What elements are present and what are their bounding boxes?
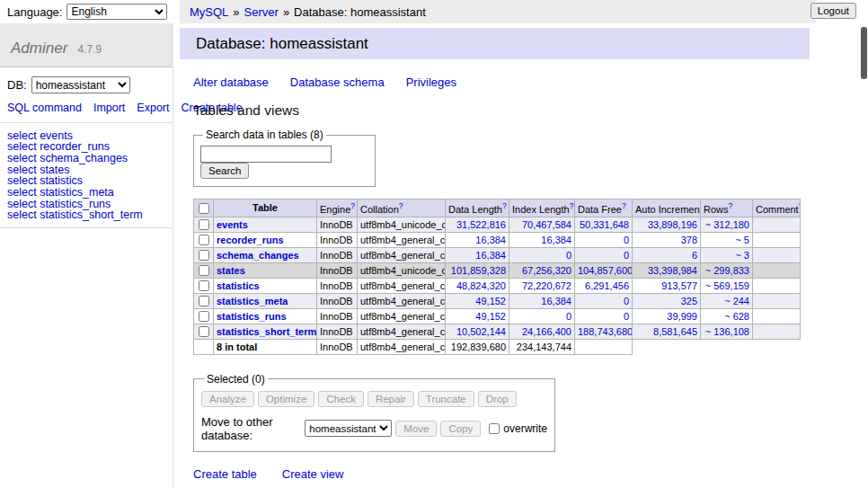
row-checkbox-statistics-short-term[interactable] bbox=[199, 326, 209, 337]
truncate-button[interactable]: Truncate bbox=[418, 391, 474, 407]
help-icon[interactable]: ? bbox=[799, 201, 801, 210]
data-length-value[interactable]: 49,152 bbox=[475, 311, 506, 322]
select-all-checkbox[interactable] bbox=[199, 203, 209, 214]
data-length-cell: 16,384 bbox=[446, 232, 509, 247]
sidebar-item-select-schema-changes[interactable]: select schema_changes bbox=[0, 153, 173, 164]
auto-increment-value[interactable]: 8,581,645 bbox=[653, 326, 697, 337]
data-length-value[interactable]: 48,824,320 bbox=[456, 280, 506, 291]
index-length-value[interactable]: 16,384 bbox=[541, 296, 571, 306]
column-header-engine: Engine? bbox=[317, 200, 358, 217]
data-free-value[interactable]: 0 bbox=[624, 296, 629, 306]
data-length-value[interactable]: 16,384 bbox=[475, 250, 506, 261]
help-icon[interactable]: ? bbox=[350, 201, 355, 210]
index-length-value[interactable]: 16,384 bbox=[541, 235, 571, 245]
table-link-schema-changes[interactable]: schema_changes bbox=[217, 250, 299, 261]
index-length-value[interactable]: 0 bbox=[566, 311, 571, 322]
row-checkbox-states[interactable] bbox=[199, 265, 209, 276]
selected-fieldset: Selected (0) AnalyzeOptimizeCheckRepairT… bbox=[193, 373, 555, 452]
action-alter-database[interactable]: Alter database bbox=[193, 75, 269, 89]
table-link-recorder-runs[interactable]: recorder_runs bbox=[217, 235, 284, 245]
index-length-value[interactable]: 24,166,400 bbox=[522, 326, 571, 337]
data-length-value[interactable]: 10,502,144 bbox=[456, 326, 506, 337]
move-button[interactable]: Move bbox=[395, 421, 437, 437]
logout-button[interactable]: Logout bbox=[810, 3, 856, 19]
data-length-value[interactable]: 101,859,328 bbox=[451, 265, 506, 276]
data-free-value[interactable]: 0 bbox=[624, 235, 629, 245]
data-length-value[interactable]: 31,522,816 bbox=[456, 219, 506, 230]
language-select[interactable]: English bbox=[66, 4, 167, 20]
rows-value[interactable]: ~ 312,180 bbox=[705, 219, 749, 230]
row-checkbox-events[interactable] bbox=[199, 219, 209, 230]
search-input[interactable] bbox=[200, 146, 332, 163]
table-link-statistics-runs[interactable]: statistics_runs bbox=[217, 311, 287, 322]
auto-increment-value[interactable]: 39,999 bbox=[667, 311, 697, 322]
table-link-states[interactable]: states bbox=[217, 265, 245, 276]
rows-value[interactable]: ~ 136,108 bbox=[705, 326, 749, 337]
sidebar-link-export[interactable]: Export bbox=[137, 102, 169, 114]
help-icon[interactable]: ? bbox=[399, 201, 403, 210]
rows-value[interactable]: ~ 569,159 bbox=[705, 280, 749, 291]
sidebar-link-sql-command[interactable]: SQL command bbox=[7, 102, 82, 114]
row-checkbox-statistics[interactable] bbox=[199, 280, 209, 291]
rows-value[interactable]: ~ 5 bbox=[735, 235, 749, 245]
link-create-view[interactable]: Create view bbox=[282, 467, 344, 481]
move-db-select[interactable]: homeassistant bbox=[305, 420, 392, 437]
optimize-button[interactable]: Optimize bbox=[258, 391, 314, 407]
auto-increment-value[interactable]: 6 bbox=[692, 250, 697, 261]
action-privileges[interactable]: Privileges bbox=[406, 75, 456, 89]
db-select[interactable]: homeassistant bbox=[31, 76, 130, 93]
help-icon[interactable]: ? bbox=[622, 201, 626, 210]
repair-button[interactable]: Repair bbox=[368, 391, 414, 407]
table-name-cell: statistics bbox=[214, 278, 317, 293]
search-button[interactable]: Search bbox=[200, 163, 249, 179]
index-length-value[interactable]: 72,220,672 bbox=[522, 280, 571, 291]
scrollbar-thumb[interactable] bbox=[861, 27, 867, 79]
index-length-value[interactable]: 70,467,584 bbox=[522, 219, 571, 230]
table-link-statistics-short-term[interactable]: statistics_short_term bbox=[217, 326, 316, 337]
rows-value[interactable]: ~ 628 bbox=[724, 311, 749, 322]
data-free-cell: 104,857,600 bbox=[575, 262, 633, 278]
data-free-value[interactable]: 188,743,680 bbox=[578, 326, 633, 337]
rows-value[interactable]: ~ 244 bbox=[724, 296, 749, 306]
help-icon[interactable]: ? bbox=[502, 201, 507, 210]
auto-increment-value[interactable]: 33,398,984 bbox=[648, 265, 697, 276]
data-free-value[interactable]: 50,331,648 bbox=[580, 219, 629, 230]
auto-increment-value[interactable]: 913,577 bbox=[661, 280, 697, 291]
index-length-value[interactable]: 0 bbox=[566, 250, 571, 261]
rows-value[interactable]: ~ 299,833 bbox=[705, 265, 749, 276]
table-link-events[interactable]: events bbox=[217, 219, 248, 230]
drop-button[interactable]: Drop bbox=[478, 391, 517, 407]
data-free-value[interactable]: 104,857,600 bbox=[578, 265, 633, 276]
sidebar-link-import[interactable]: Import bbox=[93, 102, 125, 114]
data-length-value[interactable]: 49,152 bbox=[475, 296, 506, 306]
rows-value[interactable]: ~ 3 bbox=[735, 250, 749, 261]
data-free-value[interactable]: 0 bbox=[624, 311, 629, 322]
table-row-statistics: statisticsInnoDButf8mb4_general_ci48,824… bbox=[194, 278, 801, 293]
sidebar-item-select-statistics-short-term[interactable]: select statistics_short_term bbox=[0, 209, 173, 221]
help-icon[interactable]: ? bbox=[570, 201, 574, 210]
data-free-value[interactable]: 6,291,456 bbox=[585, 280, 629, 291]
auto-increment-value[interactable]: 33,898,196 bbox=[648, 219, 697, 230]
analyze-button[interactable]: Analyze bbox=[201, 391, 254, 407]
data-free-value[interactable]: 0 bbox=[624, 250, 629, 261]
index-length-value[interactable]: 67,256,320 bbox=[522, 265, 571, 276]
table-link-statistics-meta[interactable]: statistics_meta bbox=[217, 296, 288, 306]
auto-increment-value[interactable]: 378 bbox=[681, 235, 697, 245]
data-length-value[interactable]: 16,384 bbox=[475, 235, 506, 245]
row-checkbox-schema-changes[interactable] bbox=[199, 250, 209, 261]
check-button[interactable]: Check bbox=[318, 391, 364, 407]
sidebar-item-select-recorder-runs[interactable]: select recorder_runs bbox=[0, 141, 173, 153]
action-database-schema[interactable]: Database schema bbox=[290, 75, 385, 89]
row-checkbox-recorder-runs[interactable] bbox=[199, 235, 209, 245]
link-create-table[interactable]: Create table bbox=[193, 467, 257, 481]
auto-increment-value[interactable]: 325 bbox=[681, 296, 697, 306]
overwrite-checkbox[interactable] bbox=[489, 423, 500, 434]
row-checkbox-statistics-runs[interactable] bbox=[199, 311, 209, 322]
sidebar-item-select-statistics-meta[interactable]: select statistics_meta bbox=[0, 187, 173, 199]
table-link-statistics[interactable]: statistics bbox=[217, 280, 260, 291]
row-checkbox-statistics-meta[interactable] bbox=[199, 296, 209, 306]
breadcrumb-item-mysql[interactable]: MySQL bbox=[190, 5, 228, 19]
help-icon[interactable]: ? bbox=[729, 201, 733, 210]
copy-button[interactable]: Copy bbox=[440, 421, 481, 437]
breadcrumb-item-server[interactable]: Server bbox=[244, 5, 279, 19]
